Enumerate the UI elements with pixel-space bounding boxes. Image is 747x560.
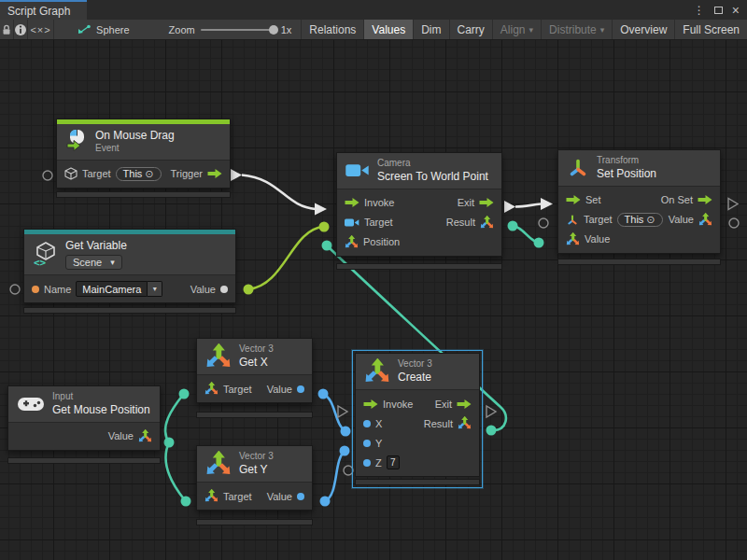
gameobject-cube-icon[interactable] [64,167,78,180]
node-category: Vector 3 [239,343,274,356]
variable-name-value[interactable]: MainCamera [76,281,148,297]
x-port[interactable] [363,420,371,427]
svg-text:<>: <> [34,257,47,267]
chevron-down-icon: ▾ [600,25,605,35]
on-set-flow-port[interactable] [698,194,712,205]
name-port-label: Name [44,284,71,295]
invoke-flow-port[interactable] [345,197,359,208]
zoom-value: 1x [281,24,292,35]
camera-port-icon[interactable] [345,217,359,228]
target-port-label: Target [82,168,111,179]
target-self-icon: ⊙ [646,214,655,226]
value-port[interactable] [297,385,304,393]
exit-port-label: Exit [435,399,452,410]
node-footer [196,519,313,525]
distribute-button[interactable]: Distribute▾ [541,20,612,39]
result-vector3-port[interactable] [458,416,472,430]
target-self-value: This [123,168,143,179]
values-button[interactable]: Values [363,20,413,39]
node-title: On Mouse Drag [95,129,175,143]
overview-button[interactable]: Overview [612,20,674,39]
node-title: Screen To World Point [377,170,488,184]
tab-script-graph[interactable]: Script Graph [0,0,87,20]
z-port[interactable] [363,459,371,467]
node-footer [336,263,502,270]
variable-scope-dropdown[interactable]: Scene ▾ [65,255,122,270]
scope-value: Scene [73,257,102,268]
node-footer [23,307,236,314]
node-footer [7,457,161,464]
node-set-position[interactable]: Transform Set Position Set On Set Target… [557,149,721,254]
variable-name-field[interactable]: MainCamera ▾ [76,281,162,297]
target-self-field[interactable]: This ⊙ [617,213,663,227]
tab-title: Script Graph [7,5,70,18]
value-port-label: Value [267,384,292,395]
x-port-label: X [375,418,382,429]
on-set-port-label: On Set [661,194,693,205]
value-vector3-port[interactable] [138,429,152,443]
node-create[interactable]: Vector 3 Create Invoke Exit X [355,353,480,477]
mouse-drag-icon [65,130,88,154]
node-get-y[interactable]: Vector 3 Get Y Target Value [196,445,313,511]
target-self-icon: ⊙ [145,168,153,180]
edit-source-button[interactable]: <×> [28,20,54,39]
window-menu-button[interactable]: ⋮ [694,5,705,16]
exit-flow-port[interactable] [457,399,472,410]
trigger-flow-port[interactable] [207,168,222,179]
node-get-mouse-position[interactable]: Input Get Mouse Position Value [7,385,161,451]
zoom-slider-handle[interactable] [269,25,278,35]
node-get-variable[interactable]: <> Get Variable Scene ▾ Name MainCamera … [23,229,236,303]
vector3-icon [205,451,232,477]
target-self-field[interactable]: This ⊙ [116,167,162,181]
relations-button[interactable]: Relations [301,20,363,39]
value-in-vector3-port[interactable] [566,232,580,246]
target-port-label: Target [584,214,613,225]
node-title: Get X [239,356,274,370]
value-port[interactable] [220,286,228,293]
full-screen-button[interactable]: Full Screen [674,20,747,39]
graph-icon [78,24,91,35]
value-port[interactable] [297,493,304,500]
info-button[interactable] [14,20,28,39]
graph-reference[interactable]: Sphere [69,20,138,39]
node-get-x[interactable]: Vector 3 Get X Target Value [196,338,313,403]
target-vector3-port[interactable] [204,489,218,503]
position-vector3-port[interactable] [345,235,359,249]
node-on-mouse-drag[interactable]: On Mouse Drag Event Target This ⊙ Trigge… [56,119,231,189]
node-category: Vector 3 [239,451,274,463]
align-button[interactable]: Align▾ [492,20,541,39]
invoke-port-label: Invoke [383,399,413,410]
dim-button[interactable]: Dim [413,20,448,39]
node-footer [557,259,721,265]
zoom-slider[interactable] [201,29,275,31]
transform-port-icon[interactable] [566,214,579,226]
target-vector3-port[interactable] [204,382,218,396]
value-port-label: Value [108,430,134,441]
y-port[interactable] [363,440,371,447]
carry-button[interactable]: Carry [449,20,492,39]
node-screen-to-world-point[interactable]: Camera Screen To World Point Invoke Exit… [336,152,502,257]
variable-name-dropdown[interactable]: ▾ [148,281,162,297]
value-out-vector3-port[interactable] [698,213,712,227]
vector3-icon [364,358,390,385]
invoke-flow-port[interactable] [363,399,378,410]
script-graph-window: On Mouse Drag Event Target This ⊙ Trigge… [0,0,747,560]
value-port-label: Value [267,491,292,502]
code-icon: <×> [30,24,50,35]
exit-flow-port[interactable] [479,197,494,208]
result-vector3-port[interactable] [480,216,494,230]
lock-button[interactable] [0,20,14,39]
gamepad-icon [17,395,45,413]
name-port[interactable] [32,286,39,293]
chevron-down-icon: ▾ [529,25,534,35]
target-port-label: Target [364,217,393,228]
exit-port-label: Exit [458,197,474,208]
window-maximize-button[interactable] [714,7,723,14]
window-close-button[interactable]: × [732,4,740,17]
set-flow-port[interactable] [566,194,581,205]
z-value-field[interactable]: 7 [387,455,400,469]
transform-icon [567,157,589,178]
value-in-port-label: Value [585,233,610,245]
node-category: Vector 3 [398,358,432,371]
set-port-label: Set [585,194,601,205]
